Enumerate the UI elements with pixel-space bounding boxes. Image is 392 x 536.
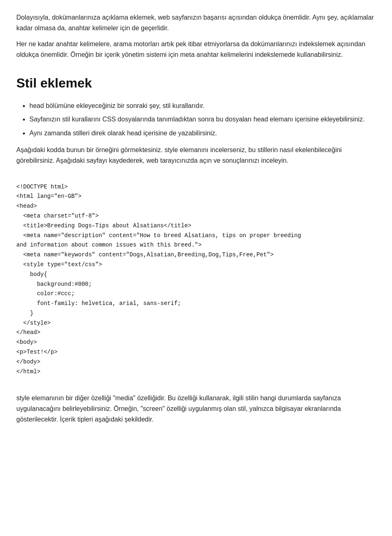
section-heading-stil-eklemek: Stil eklemek [16, 73, 376, 94]
intro-paragraph-1: Dolayısıyla, dokümanlarınıza açıklama ek… [16, 12, 376, 33]
bullet-list: head bölümüne ekleyeceğiniz bir sonraki … [29, 101, 376, 139]
code-block: <!DOCTYPE html> <html lang="en-GB"> <hea… [16, 176, 376, 383]
pre-code-paragraph: Aşağıdaki kodda bunun bir örneğini görme… [16, 145, 376, 166]
post-code-paragraph: style elemanının bir diğer özelliği "med… [16, 393, 376, 424]
bullet-item-1: head bölümüne ekleyeceğiniz bir sonraki … [29, 101, 376, 111]
bullet-item-3: Aynı zamanda stilleri direk olarak head … [29, 128, 376, 139]
bullet-item-2: Sayfanızın stil kurallarını CSS dosyalar… [29, 114, 376, 125]
intro-paragraph-2: Her ne kadar anahtar kelimelere, arama m… [16, 39, 376, 60]
